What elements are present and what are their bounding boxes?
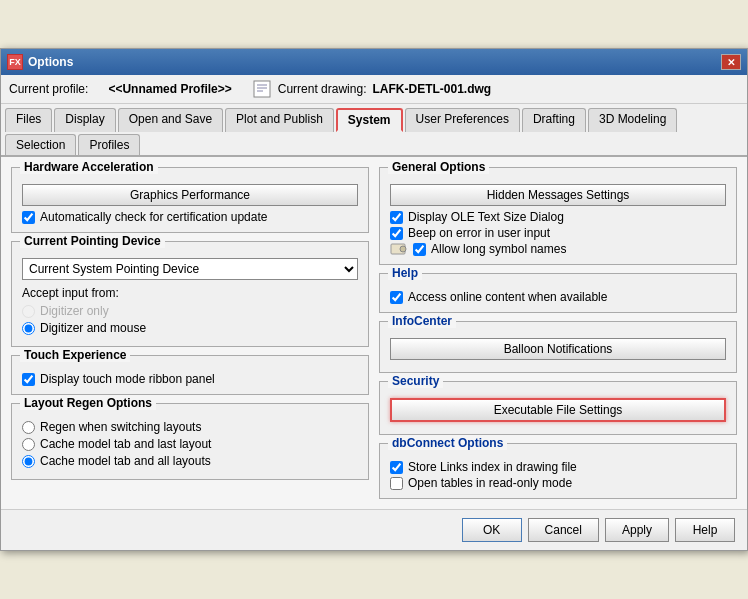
tab-display[interactable]: Display [54,108,115,132]
regen-switching-label: Regen when switching layouts [40,420,201,434]
tab-3d-modeling[interactable]: 3D Modeling [588,108,677,132]
info-center-group: InfoCenter Balloon Notifications [379,321,737,373]
graphics-performance-button[interactable]: Graphics Performance [22,184,358,206]
layout-regen-inner: Regen when switching layouts Cache model… [22,420,358,468]
beep-label: Beep on error in user input [408,226,550,240]
hardware-acceleration-group: Hardware Acceleration Graphics Performan… [11,167,369,233]
open-tables-checkbox[interactable] [390,477,403,490]
general-options-title: General Options [388,160,489,174]
digitizer-mouse-radio[interactable] [22,322,35,335]
accept-input-label: Accept input from: [22,286,358,300]
digitizer-mouse-label: Digitizer and mouse [40,321,146,335]
tab-drafting[interactable]: Drafting [522,108,586,132]
long-symbol-row: Allow long symbol names [390,242,726,256]
regen-switching-row: Regen when switching layouts [22,420,358,434]
store-links-label: Store Links index in drawing file [408,460,577,474]
layout-regen-title: Layout Regen Options [20,396,156,410]
pointing-device-inner: Current System Pointing DeviceWintab Com… [22,258,358,335]
auto-check-checkbox[interactable] [22,211,35,224]
help-inner: Access online content when available [390,290,726,304]
profile-value: <<Unnamed Profile>> [108,82,231,96]
security-title: Security [388,374,443,388]
security-group: Security Executable File Settings [379,381,737,435]
tab-selection[interactable]: Selection [5,134,76,155]
dbconnect-title: dbConnect Options [388,436,507,450]
beep-checkbox[interactable] [390,227,403,240]
touch-experience-group: Touch Experience Display touch mode ribb… [11,355,369,395]
touch-experience-title: Touch Experience [20,348,130,362]
info-center-title: InfoCenter [388,314,456,328]
open-tables-row: Open tables in read-only mode [390,476,726,490]
profile-bar: Current profile: <<Unnamed Profile>> Cur… [1,75,747,104]
tab-user-prefs[interactable]: User Preferences [405,108,520,132]
tab-files[interactable]: Files [5,108,52,132]
drawing-icon [252,79,272,99]
auto-check-label: Automatically check for certification up… [40,210,267,224]
digitizer-mouse-row: Digitizer and mouse [22,321,358,335]
balloon-notifications-button[interactable]: Balloon Notifications [390,338,726,360]
cache-last-radio[interactable] [22,438,35,451]
long-symbol-label: Allow long symbol names [431,242,566,256]
ole-label: Display OLE Text Size Dialog [408,210,564,224]
title-bar-left: FX Options [7,54,73,70]
security-inner: Executable File Settings [390,398,726,422]
digitizer-only-label: Digitizer only [40,304,109,318]
profile-label: Current profile: [9,82,88,96]
svg-point-5 [400,246,406,252]
info-center-inner: Balloon Notifications [390,338,726,360]
help-group: Help Access online content when availabl… [379,273,737,313]
footer-bar: OK Cancel Apply Help [1,509,747,550]
content-area: Hardware Acceleration Graphics Performan… [1,157,747,509]
cancel-button[interactable]: Cancel [528,518,599,542]
help-button[interactable]: Help [675,518,735,542]
tab-open-save[interactable]: Open and Save [118,108,223,132]
dbconnect-inner: Store Links index in drawing file Open t… [390,460,726,490]
touch-mode-checkbox[interactable] [22,373,35,386]
window-title: Options [28,55,73,69]
touch-experience-inner: Display touch mode ribbon panel [22,372,358,386]
tabs-bar: Files Display Open and Save Plot and Pub… [1,104,747,157]
touch-mode-row: Display touch mode ribbon panel [22,372,358,386]
digitizer-only-radio[interactable] [22,305,35,318]
cache-all-radio[interactable] [22,455,35,468]
store-links-row: Store Links index in drawing file [390,460,726,474]
cache-last-row: Cache model tab and last layout [22,437,358,451]
general-options-inner: Hidden Messages Settings Display OLE Tex… [390,184,726,256]
right-panel: General Options Hidden Messages Settings… [379,167,737,499]
drawing-label: Current drawing: [278,82,367,96]
dbconnect-group: dbConnect Options Store Links index in d… [379,443,737,499]
ole-row: Display OLE Text Size Dialog [390,210,726,224]
general-options-group: General Options Hidden Messages Settings… [379,167,737,265]
auto-check-row: Automatically check for certification up… [22,210,358,224]
executable-file-settings-button[interactable]: Executable File Settings [390,398,726,422]
tab-system[interactable]: System [336,108,403,132]
tab-profiles[interactable]: Profiles [78,134,140,155]
apply-button[interactable]: Apply [605,518,669,542]
regen-switching-radio[interactable] [22,421,35,434]
ole-checkbox[interactable] [390,211,403,224]
tab-plot[interactable]: Plot and Publish [225,108,334,132]
beep-row: Beep on error in user input [390,226,726,240]
digitizer-only-row: Digitizer only [22,304,358,318]
title-controls: ✕ [721,54,741,70]
pointing-device-title: Current Pointing Device [20,234,165,248]
hardware-acceleration-inner: Graphics Performance Automatically check… [22,184,358,224]
access-online-checkbox[interactable] [390,291,403,304]
hidden-messages-button[interactable]: Hidden Messages Settings [390,184,726,206]
pointing-device-group: Current Pointing Device Current System P… [11,241,369,347]
pointing-device-select[interactable]: Current System Pointing DeviceWintab Com… [22,258,358,280]
long-symbol-checkbox[interactable] [413,243,426,256]
accept-input-group: Digitizer only Digitizer and mouse [22,304,358,335]
hardware-acceleration-title: Hardware Acceleration [20,160,158,174]
svg-rect-0 [254,81,270,97]
title-bar: FX Options ✕ [1,49,747,75]
touch-mode-label: Display touch mode ribbon panel [40,372,215,386]
ok-button[interactable]: OK [462,518,522,542]
access-online-label: Access online content when available [408,290,607,304]
close-button[interactable]: ✕ [721,54,741,70]
drawing-value: LAFK-DETL-001.dwg [372,82,491,96]
store-links-checkbox[interactable] [390,461,403,474]
open-tables-label: Open tables in read-only mode [408,476,572,490]
drawing-section: Current drawing: LAFK-DETL-001.dwg [252,79,491,99]
app-icon: FX [7,54,23,70]
